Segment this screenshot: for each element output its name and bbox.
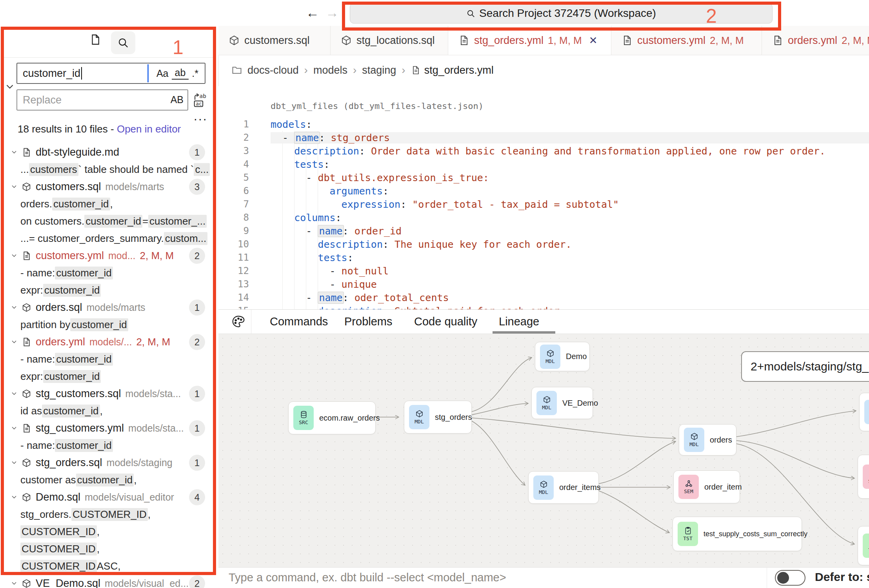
- tab-commands[interactable]: Commands: [270, 310, 328, 334]
- breadcrumb-segment[interactable]: models: [313, 64, 347, 76]
- chevron-down-icon[interactable]: [10, 390, 18, 397]
- node-demo[interactable]: MDL Demo: [535, 342, 590, 371]
- file-explorer-icon[interactable]: [89, 34, 101, 48]
- tab-customers.sql[interactable]: customers.sql: [218, 26, 331, 55]
- search-result-file[interactable]: stg_orders.sqlmodels/staging1: [4, 454, 214, 471]
- command-input[interactable]: Type a command, ex. dbt build --select <…: [229, 571, 506, 584]
- chevron-down-icon[interactable]: [10, 579, 18, 587]
- search-result-match[interactable]: on customers.customer_id = customer_...: [4, 212, 214, 230]
- project-search-bar[interactable]: Search Project 372475 (Workspace): [350, 3, 773, 24]
- tab-stg_orders.yml[interactable]: stg_orders.yml1, M, M✕: [448, 26, 611, 55]
- chevron-down-icon[interactable]: [10, 424, 18, 432]
- search-result-match[interactable]: stg_orders.CUSTOMER_ID,: [4, 506, 214, 523]
- code-line[interactable]: 10description: The unique key for each o…: [218, 238, 869, 251]
- code-lens[interactable]: dbt_yml_files (dbt_yml_files-latest.json…: [271, 101, 484, 111]
- search-result-file[interactable]: VE_Demo.sqlmodels/visual_ed...2: [4, 575, 214, 588]
- match-count-badge: 4: [189, 489, 205, 505]
- toggle-replace-icon[interactable]: [4, 81, 16, 93]
- search-result-match[interactable]: ...customers` table should be named `c..…: [4, 161, 214, 178]
- whole-word-toggle[interactable]: ab: [172, 67, 189, 80]
- code-line[interactable]: 15description: Subtotal paid for each or…: [218, 304, 869, 309]
- code-line[interactable]: 6arguments:: [218, 184, 869, 198]
- search-result-match[interactable]: ...= customer_orders_summary.custom...: [4, 230, 214, 247]
- code-line[interactable]: 14- name: oder_total_cents: [218, 291, 869, 304]
- tab-code-quality[interactable]: Code quality: [414, 310, 477, 334]
- search-result-match[interactable]: CUSTOMER_ID,: [4, 523, 214, 540]
- lineage-graph[interactable]: SRC ecom.raw_orders MDL stg_orders MDL D…: [218, 334, 869, 567]
- search-result-file[interactable]: Demo.sqlmodels/visual_editor4: [4, 488, 214, 506]
- back-button[interactable]: ←: [306, 4, 319, 21]
- open-in-editor-link[interactable]: Open in editor: [117, 123, 181, 135]
- close-icon[interactable]: ✕: [589, 34, 598, 47]
- chevron-down-icon[interactable]: [10, 252, 18, 260]
- search-result-match[interactable]: - name: customer_id: [4, 437, 214, 454]
- search-result-match[interactable]: - name: customer_id: [4, 350, 214, 368]
- search-result-file[interactable]: stg_customers.ymlmodels/sta...1: [4, 419, 214, 437]
- preserve-case-toggle[interactable]: AB: [171, 94, 184, 105]
- chevron-down-icon[interactable]: [10, 183, 18, 191]
- breadcrumb-file[interactable]: stg_orders.yml: [424, 64, 494, 76]
- search-result-file[interactable]: orders.sqlmodels/marts1: [4, 299, 214, 316]
- forward-button[interactable]: →: [325, 4, 339, 21]
- breadcrumb-segment[interactable]: docs-cloud: [247, 64, 299, 76]
- search-result-match[interactable]: expr: customer_id: [4, 281, 214, 299]
- node-stg-orders[interactable]: MDL stg_orders: [404, 401, 472, 434]
- node-test-supply-costs[interactable]: TST test_supply_costs_sum_correctly: [673, 517, 802, 551]
- code-line[interactable]: 1models:: [218, 118, 869, 131]
- replace-input[interactable]: [16, 89, 188, 111]
- node-ecom-raw-orders[interactable]: SRC ecom.raw_orders: [288, 401, 376, 434]
- code-line[interactable]: 2- name: stg_orders: [218, 131, 869, 144]
- tab-lineage[interactable]: Lineage: [499, 310, 539, 334]
- node-order-item[interactable]: SEM order_item: [673, 470, 740, 503]
- breadcrumb-segment[interactable]: staging: [362, 64, 396, 76]
- code-line[interactable]: 7expression: "order_total - tax_paid = s…: [218, 198, 869, 211]
- search-tab-button[interactable]: [111, 31, 135, 54]
- search-result-file[interactable]: dbt-styleguide.md1: [4, 143, 214, 161]
- search-result-file[interactable]: stg_customers.sqlmodels/sta...1: [4, 385, 214, 402]
- chevron-down-icon[interactable]: [10, 493, 18, 501]
- search-result-match[interactable]: partition by customer_id: [4, 316, 214, 333]
- chevron-down-icon[interactable]: [10, 459, 18, 466]
- more-actions-button[interactable]: ...: [194, 109, 208, 123]
- code-line[interactable]: 4tests:: [218, 158, 869, 171]
- code-line[interactable]: 12- not_null: [218, 264, 869, 278]
- tab-customers.yml[interactable]: customers.yml2, M, M: [611, 26, 762, 55]
- search-result-file[interactable]: customers.ymlmod...2, M, M2: [4, 247, 214, 264]
- search-result-match[interactable]: CUSTOMER_ID,: [4, 540, 214, 557]
- tab-stg_locations.sql[interactable]: stg_locations.sql: [331, 26, 448, 55]
- node-orders[interactable]: MDL orders: [679, 424, 736, 456]
- result-modified-suffix: 2, M, M: [140, 250, 174, 262]
- tab-orders.yml[interactable]: orders.yml2, M, M: [762, 26, 869, 55]
- lineage-selector-input[interactable]: 2+models/staging/stg_or: [741, 351, 869, 382]
- node-ve-demo[interactable]: MDL VE_Demo: [531, 387, 593, 419]
- defer-toggle[interactable]: [775, 570, 805, 586]
- palette-icon[interactable]: [231, 314, 245, 328]
- code-line[interactable]: 3description: Order data with basic clea…: [218, 144, 869, 158]
- search-result-match[interactable]: customer as customer_id,: [4, 471, 214, 488]
- code-line[interactable]: 11tests:: [218, 251, 869, 264]
- search-result-match[interactable]: - name: customer_id: [4, 264, 214, 281]
- node-partial-middle[interactable]: SEM: [858, 455, 869, 499]
- chevron-down-icon[interactable]: [10, 148, 18, 156]
- node-order-items[interactable]: MDL order_items: [528, 471, 599, 504]
- code-line[interactable]: 5- dbt_utils.expression_is_true:: [218, 171, 869, 184]
- search-result-match[interactable]: orders.customer_id,: [4, 195, 214, 212]
- search-result-match[interactable]: id as customer_id,: [4, 402, 214, 419]
- search-result-match[interactable]: expr: customer_id: [4, 368, 214, 385]
- tab-problems[interactable]: Problems: [344, 310, 393, 334]
- regex-toggle[interactable]: .*: [189, 68, 202, 79]
- match-case-toggle[interactable]: Aa: [153, 68, 172, 79]
- search-result-file[interactable]: orders.ymlmodels/...2, M, M2: [4, 333, 214, 350]
- code-line[interactable]: 13- unique: [218, 278, 869, 291]
- search-input[interactable]: customer_id Aa ab .*: [16, 63, 205, 84]
- node-partial-bottom[interactable]: TST: [858, 526, 869, 565]
- search-result-match[interactable]: CUSTOMER_ID ASC,: [4, 557, 214, 575]
- chevron-down-icon[interactable]: [10, 338, 18, 346]
- chevron-down-icon[interactable]: [10, 303, 18, 311]
- code-editor[interactable]: dbt_yml_files (dbt_yml_files-latest.json…: [218, 86, 869, 309]
- replace-all-icon[interactable]: abac: [192, 93, 208, 108]
- code-line[interactable]: 8columns:: [218, 211, 869, 224]
- search-result-file[interactable]: customers.sqlmodels/marts3: [4, 178, 214, 195]
- code-line[interactable]: 9- name: order_id: [218, 224, 869, 238]
- node-partial-top[interactable]: MDL: [859, 393, 869, 431]
